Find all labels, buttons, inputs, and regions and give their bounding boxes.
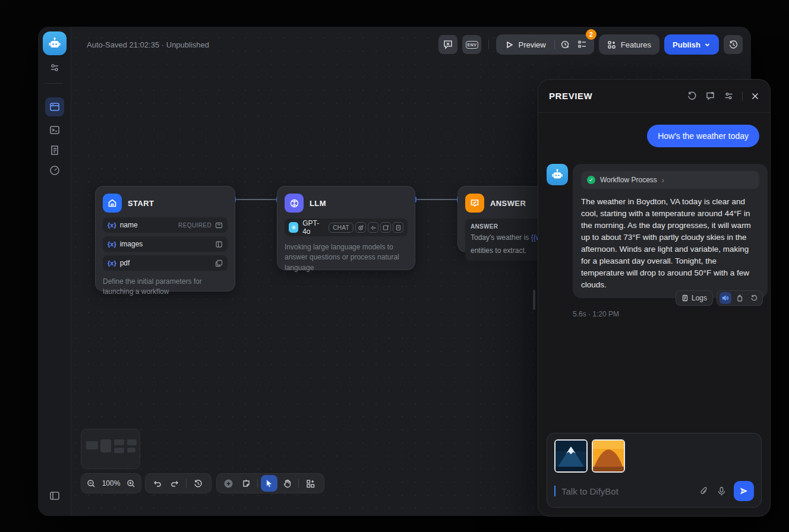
- image-capability-icon: [380, 222, 391, 233]
- start-field-name[interactable]: {x} name REQUIRED: [103, 217, 228, 233]
- restart-conversation-icon[interactable]: [687, 91, 697, 101]
- sidebar-item-logs[interactable]: [45, 141, 64, 160]
- toolbar-divider: [257, 479, 258, 487]
- node-start[interactable]: START {x} name REQUIRED {x} images {x} p…: [95, 186, 235, 292]
- add-note-button[interactable]: [238, 475, 254, 492]
- chat-debug-icon[interactable]: [705, 91, 715, 101]
- model-name: GPT-4o: [302, 219, 324, 236]
- image-type-icon: [215, 240, 223, 248]
- collapse-panel-icon[interactable]: [48, 489, 62, 503]
- bot-message-meta: 5.6s · 1:20 PM: [573, 310, 768, 318]
- preview-header: PREVIEW: [538, 80, 770, 113]
- edge-llm-answer: [416, 199, 457, 200]
- nodes-toolbar: [216, 473, 324, 493]
- history-button[interactable]: [190, 475, 206, 492]
- send-button[interactable]: [734, 481, 754, 501]
- checklist-badge: 2: [586, 29, 597, 40]
- speaker-icon[interactable]: [719, 292, 731, 304]
- env-label: ENV: [466, 41, 479, 49]
- llm-model-row[interactable]: ✳ GPT-4o CHAT: [285, 218, 408, 236]
- zoom-out-button[interactable]: [84, 475, 99, 492]
- success-check-icon: ✓: [587, 176, 595, 184]
- run-history-icon[interactable]: [557, 36, 574, 53]
- composer-row: [554, 481, 754, 501]
- copy-icon[interactable]: [734, 292, 746, 304]
- preview-run-button[interactable]: Preview: [500, 40, 551, 49]
- chat-area: How's the weather today ✓ Workflow Proce…: [538, 113, 770, 516]
- microphone-icon[interactable]: [717, 486, 727, 496]
- organize-nodes-button[interactable]: [302, 475, 318, 492]
- composer: [547, 433, 762, 508]
- undo-toolbar: [145, 473, 212, 493]
- attachment-image-mountain-night[interactable]: [554, 439, 588, 473]
- env-variables-button[interactable]: ENV: [462, 35, 481, 54]
- openai-icon: ✳: [289, 222, 298, 233]
- sidebar-divider: [46, 83, 63, 84]
- zoom-in-button[interactable]: [124, 475, 138, 492]
- node-title: LLM: [310, 199, 326, 208]
- sidebar-item-api[interactable]: [45, 121, 64, 140]
- undo-button[interactable]: [149, 475, 165, 492]
- preview-title: PREVIEW: [549, 91, 592, 101]
- minimap[interactable]: [81, 429, 140, 469]
- attachment-image-mountain-sunset[interactable]: [592, 439, 625, 473]
- file-type-icon: [215, 259, 223, 267]
- app-logo-robot-icon[interactable]: [43, 31, 67, 55]
- bot-message-card: ✓ Workflow Process › The weather in Boyd…: [573, 164, 768, 298]
- canvas-scrollbar[interactable]: [533, 290, 535, 310]
- attachment-paperclip-icon[interactable]: [699, 486, 709, 496]
- bot-avatar: [547, 164, 568, 185]
- zoom-toolbar: 100%: [81, 473, 141, 493]
- run-group-divider: [554, 40, 555, 49]
- node-title: START: [128, 199, 154, 208]
- edge-start-llm: [235, 199, 277, 200]
- hand-tool-button[interactable]: [279, 475, 295, 492]
- bot-message-text: The weather in Boydton, VA today is clea…: [581, 196, 759, 291]
- toolbar-divider: [298, 479, 299, 487]
- regenerate-icon[interactable]: [748, 292, 760, 304]
- toolbar-divider: [186, 479, 187, 487]
- node-title: ANSWER: [490, 199, 526, 208]
- zoom-level[interactable]: 100%: [100, 479, 123, 487]
- redo-button[interactable]: [166, 475, 183, 492]
- chat-input[interactable]: [561, 486, 693, 496]
- autosave-status: Auto-Saved 21:02:35 · Unpublished: [87, 40, 209, 49]
- features-icon: [607, 40, 616, 49]
- topbar: Auto-Saved 21:02:35 · Unpublished ENV Pr…: [71, 27, 751, 62]
- text-input-type-icon: [215, 221, 223, 229]
- chevron-down-icon: [704, 42, 711, 48]
- logs-icon: [681, 294, 689, 302]
- pointer-tool-button[interactable]: [261, 475, 277, 492]
- sidebar-item-monitoring[interactable]: [45, 161, 64, 180]
- sidebar-item-orchestrate[interactable]: [45, 97, 64, 116]
- workflow-settings-icon[interactable]: [48, 61, 62, 75]
- features-button[interactable]: Features: [599, 34, 659, 55]
- workflow-process-toggle[interactable]: ✓ Workflow Process ›: [581, 171, 759, 189]
- node-description: Invoking large language models to answer…: [285, 242, 408, 273]
- home-icon: [103, 194, 122, 213]
- user-message-row: How's the weather today: [547, 125, 762, 147]
- run-group: Preview 2: [496, 34, 594, 55]
- close-icon[interactable]: [751, 92, 759, 100]
- node-description: Define the initial parameters for launch…: [103, 277, 228, 297]
- llm-brain-icon: [285, 194, 304, 213]
- settings-sliders-icon[interactable]: [724, 91, 734, 101]
- start-field-images[interactable]: {x} images: [103, 236, 228, 252]
- topbar-divider: [488, 40, 489, 49]
- bot-message-actions: Logs: [676, 290, 763, 306]
- chat-debug-button[interactable]: [438, 35, 457, 54]
- chevron-right-icon: ›: [662, 176, 664, 185]
- vision-capability-icon: [355, 222, 366, 233]
- audio-capability-icon: [368, 222, 378, 233]
- node-llm[interactable]: LLM ✳ GPT-4o CHAT Invoking large languag…: [277, 186, 415, 270]
- logs-button[interactable]: Logs: [676, 290, 713, 306]
- chat-mode-badge: CHAT: [329, 223, 354, 233]
- attached-images: [554, 439, 754, 473]
- play-icon: [506, 41, 513, 49]
- user-message-bubble: How's the weather today: [647, 125, 759, 147]
- start-field-pdf[interactable]: {x} pdf: [103, 255, 228, 271]
- version-history-button[interactable]: [724, 35, 743, 54]
- add-node-button[interactable]: [220, 475, 236, 492]
- answer-bubble-check-icon: [465, 194, 484, 213]
- publish-button[interactable]: Publish: [664, 34, 719, 55]
